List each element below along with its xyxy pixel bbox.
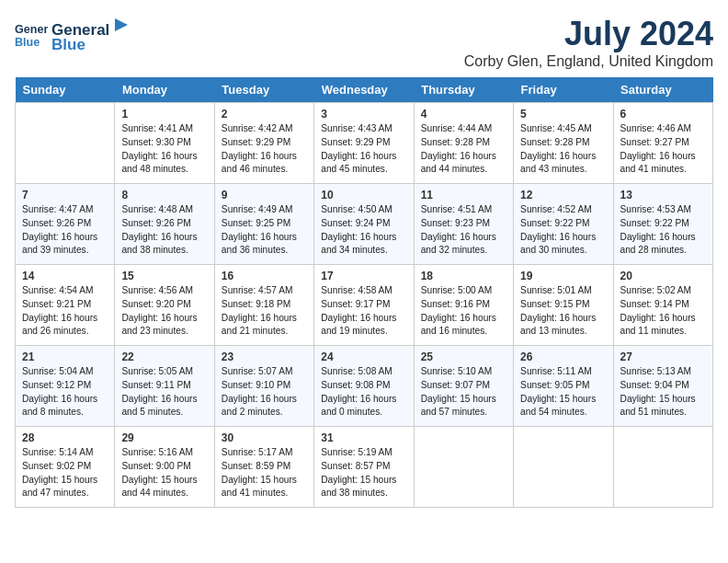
day-info: Sunrise: 4:41 AM Sunset: 9:30 PM Dayligh…	[121, 122, 207, 177]
day-number: 26	[520, 350, 606, 363]
calendar-cell: 4Sunrise: 4:44 AM Sunset: 9:28 PM Daylig…	[414, 103, 513, 184]
day-info: Sunrise: 5:02 AM Sunset: 9:14 PM Dayligh…	[620, 284, 706, 339]
location: Corby Glen, England, United Kingdom	[464, 53, 713, 70]
calendar-cell	[514, 427, 613, 508]
day-number: 31	[321, 431, 406, 444]
calendar-week-row: 28Sunrise: 5:14 AM Sunset: 9:02 PM Dayli…	[16, 427, 713, 508]
calendar-cell: 21Sunrise: 5:04 AM Sunset: 9:12 PM Dayli…	[16, 346, 115, 427]
day-number: 27	[620, 350, 706, 363]
day-info: Sunrise: 5:19 AM Sunset: 8:57 PM Dayligh…	[321, 446, 406, 500]
day-info: Sunrise: 5:05 AM Sunset: 9:11 PM Dayligh…	[121, 365, 207, 419]
day-number: 12	[520, 189, 606, 201]
day-info: Sunrise: 4:50 AM Sunset: 9:24 PM Dayligh…	[321, 203, 406, 258]
day-number: 18	[421, 270, 506, 282]
calendar-cell: 5Sunrise: 4:45 AM Sunset: 9:28 PM Daylig…	[514, 103, 613, 184]
day-info: Sunrise: 5:11 AM Sunset: 9:05 PM Dayligh…	[520, 365, 606, 419]
day-number: 16	[222, 270, 307, 282]
day-number: 9	[222, 189, 307, 201]
calendar-cell: 25Sunrise: 5:10 AM Sunset: 9:07 PM Dayli…	[414, 346, 513, 427]
calendar-cell	[414, 427, 513, 508]
calendar-cell: 8Sunrise: 4:48 AM Sunset: 9:26 PM Daylig…	[115, 184, 214, 265]
calendar-cell: 10Sunrise: 4:50 AM Sunset: 9:24 PM Dayli…	[314, 184, 414, 265]
calendar-cell: 30Sunrise: 5:17 AM Sunset: 8:59 PM Dayli…	[214, 427, 313, 508]
calendar-cell: 13Sunrise: 4:53 AM Sunset: 9:22 PM Dayli…	[613, 184, 712, 265]
day-info: Sunrise: 4:56 AM Sunset: 9:20 PM Dayligh…	[121, 284, 207, 339]
calendar-cell: 24Sunrise: 5:08 AM Sunset: 9:08 PM Dayli…	[314, 346, 414, 427]
calendar-cell: 1Sunrise: 4:41 AM Sunset: 9:30 PM Daylig…	[115, 103, 214, 184]
calendar-cell: 28Sunrise: 5:14 AM Sunset: 9:02 PM Dayli…	[16, 427, 115, 508]
calendar-cell: 12Sunrise: 4:52 AM Sunset: 9:22 PM Dayli…	[514, 184, 613, 265]
day-info: Sunrise: 5:08 AM Sunset: 9:08 PM Dayligh…	[321, 365, 406, 419]
month-title: July 2024	[464, 15, 713, 53]
day-number: 5	[520, 108, 606, 121]
calendar-cell: 26Sunrise: 5:11 AM Sunset: 9:05 PM Dayli…	[514, 346, 613, 427]
calendar-cell: 19Sunrise: 5:01 AM Sunset: 9:15 PM Dayli…	[514, 265, 613, 346]
day-info: Sunrise: 4:45 AM Sunset: 9:28 PM Dayligh…	[520, 122, 606, 177]
day-info: Sunrise: 5:01 AM Sunset: 9:15 PM Dayligh…	[520, 284, 606, 339]
day-number: 1	[121, 108, 207, 121]
day-info: Sunrise: 5:07 AM Sunset: 9:10 PM Dayligh…	[222, 365, 307, 419]
calendar-cell: 15Sunrise: 4:56 AM Sunset: 9:20 PM Dayli…	[115, 265, 214, 346]
svg-text:Blue: Blue	[15, 35, 40, 48]
day-number: 11	[421, 189, 506, 201]
day-info: Sunrise: 4:51 AM Sunset: 9:23 PM Dayligh…	[421, 203, 506, 258]
weekday-header-friday: Friday	[514, 77, 613, 103]
weekday-header-saturday: Saturday	[613, 77, 712, 103]
calendar-cell: 17Sunrise: 4:58 AM Sunset: 9:17 PM Dayli…	[314, 265, 414, 346]
calendar-cell: 6Sunrise: 4:46 AM Sunset: 9:27 PM Daylig…	[613, 103, 712, 184]
day-info: Sunrise: 4:43 AM Sunset: 9:29 PM Dayligh…	[321, 122, 406, 177]
day-info: Sunrise: 4:44 AM Sunset: 9:28 PM Dayligh…	[421, 122, 506, 177]
calendar-body: 1Sunrise: 4:41 AM Sunset: 9:30 PM Daylig…	[16, 103, 713, 508]
day-number: 21	[22, 350, 108, 363]
day-number: 29	[121, 431, 207, 444]
calendar-cell	[16, 103, 115, 184]
calendar-cell: 31Sunrise: 5:19 AM Sunset: 8:57 PM Dayli…	[314, 427, 414, 508]
day-info: Sunrise: 5:04 AM Sunset: 9:12 PM Dayligh…	[22, 365, 108, 419]
calendar-cell: 22Sunrise: 5:05 AM Sunset: 9:11 PM Dayli…	[115, 346, 214, 427]
day-info: Sunrise: 4:54 AM Sunset: 9:21 PM Dayligh…	[22, 284, 108, 339]
calendar-cell: 9Sunrise: 4:49 AM Sunset: 9:25 PM Daylig…	[214, 184, 313, 265]
day-number: 3	[321, 108, 406, 121]
day-number: 19	[520, 270, 606, 282]
day-info: Sunrise: 5:13 AM Sunset: 9:04 PM Dayligh…	[620, 365, 706, 419]
logo-flag-icon	[111, 15, 131, 35]
svg-marker-3	[115, 18, 128, 31]
day-info: Sunrise: 4:42 AM Sunset: 9:29 PM Dayligh…	[222, 122, 307, 177]
calendar-week-row: 14Sunrise: 4:54 AM Sunset: 9:21 PM Dayli…	[16, 265, 713, 346]
logo-icon: General Blue	[15, 18, 48, 52]
calendar-cell: 27Sunrise: 5:13 AM Sunset: 9:04 PM Dayli…	[613, 346, 712, 427]
day-number: 22	[121, 350, 207, 363]
weekday-header-row: SundayMondayTuesdayWednesdayThursdayFrid…	[16, 77, 713, 103]
calendar-cell: 18Sunrise: 5:00 AM Sunset: 9:16 PM Dayli…	[414, 265, 513, 346]
calendar-week-row: 7Sunrise: 4:47 AM Sunset: 9:26 PM Daylig…	[16, 184, 713, 265]
day-info: Sunrise: 4:52 AM Sunset: 9:22 PM Dayligh…	[520, 203, 606, 258]
calendar-cell: 16Sunrise: 4:57 AM Sunset: 9:18 PM Dayli…	[214, 265, 313, 346]
day-info: Sunrise: 4:58 AM Sunset: 9:17 PM Dayligh…	[321, 284, 406, 339]
header: General Blue General Blue July 2024 Corb…	[15, 15, 713, 70]
day-number: 10	[321, 189, 406, 201]
day-number: 24	[321, 350, 406, 363]
day-info: Sunrise: 4:57 AM Sunset: 9:18 PM Dayligh…	[222, 284, 307, 339]
svg-text:General: General	[15, 23, 48, 36]
calendar-week-row: 1Sunrise: 4:41 AM Sunset: 9:30 PM Daylig…	[16, 103, 713, 184]
weekday-header-monday: Monday	[115, 77, 214, 103]
calendar-cell: 14Sunrise: 4:54 AM Sunset: 9:21 PM Dayli…	[16, 265, 115, 346]
day-number: 25	[421, 350, 506, 363]
calendar-cell	[613, 427, 712, 508]
day-number: 13	[620, 189, 706, 201]
weekday-header-tuesday: Tuesday	[214, 77, 313, 103]
calendar-cell: 7Sunrise: 4:47 AM Sunset: 9:26 PM Daylig…	[16, 184, 115, 265]
day-info: Sunrise: 5:17 AM Sunset: 8:59 PM Dayligh…	[222, 446, 307, 500]
day-info: Sunrise: 4:49 AM Sunset: 9:25 PM Dayligh…	[222, 203, 307, 258]
day-number: 17	[321, 270, 406, 282]
day-info: Sunrise: 5:16 AM Sunset: 9:00 PM Dayligh…	[121, 446, 207, 500]
logo: General Blue General Blue	[15, 15, 131, 54]
day-number: 7	[22, 189, 108, 201]
day-info: Sunrise: 5:14 AM Sunset: 9:02 PM Dayligh…	[22, 446, 108, 500]
weekday-header-thursday: Thursday	[414, 77, 513, 103]
day-number: 4	[421, 108, 506, 121]
day-number: 2	[222, 108, 307, 121]
day-number: 8	[121, 189, 207, 201]
calendar-cell: 29Sunrise: 5:16 AM Sunset: 9:00 PM Dayli…	[115, 427, 214, 508]
day-number: 6	[620, 108, 706, 121]
